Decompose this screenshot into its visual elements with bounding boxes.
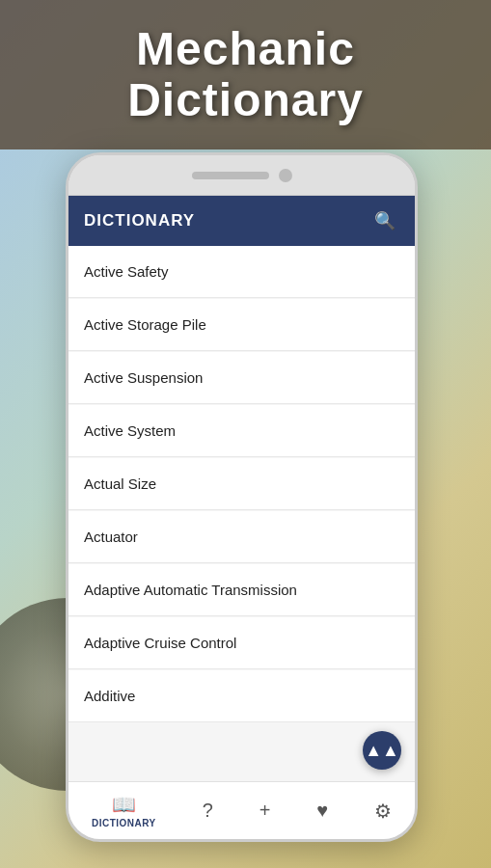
- search-button[interactable]: 🔍: [370, 206, 399, 235]
- nav-item-help[interactable]: ?: [193, 794, 223, 827]
- scroll-top-icon: ▲▲: [365, 742, 399, 759]
- list-item[interactable]: Adaptive Cruise Control: [68, 617, 415, 669]
- list-item[interactable]: Additive: [68, 670, 415, 722]
- list-item[interactable]: Active Storage Pile: [68, 299, 415, 351]
- phone-speaker: [192, 172, 269, 179]
- bottom-navigation: 📖 DICTIONARY ? + ♥ ⚙: [68, 781, 415, 839]
- dictionary-header: DICTIONARY 🔍: [68, 196, 415, 246]
- nav-item-dictionary[interactable]: 📖 DICTIONARY: [82, 787, 166, 834]
- list-item-label: Actuator: [84, 529, 138, 545]
- list-item[interactable]: Active Suspension: [68, 352, 415, 404]
- phone-top-bar: [68, 155, 415, 196]
- dictionary-header-title: DICTIONARY: [84, 211, 195, 231]
- add-icon: +: [259, 800, 271, 822]
- top-banner: Mechanic Dictionary: [0, 0, 491, 149]
- app-title: Mechanic Dictionary: [127, 24, 364, 126]
- list-item-label: Active Storage Pile: [84, 316, 206, 333]
- dictionary-icon: 📖: [112, 793, 136, 816]
- list-item-label: Active System: [84, 422, 176, 439]
- scroll-to-top-button[interactable]: ▲▲: [363, 731, 401, 770]
- phone-camera: [279, 169, 292, 182]
- gear-icon: ⚙: [374, 800, 392, 823]
- list-item-label: Adaptive Automatic Transmission: [84, 582, 297, 598]
- list-item[interactable]: Active System: [68, 405, 415, 457]
- list-item-label: Actual Size: [84, 475, 156, 492]
- list-item-label: Adaptive Cruise Control: [84, 635, 236, 651]
- list-item-label: Active Safety: [84, 263, 169, 280]
- list-item[interactable]: Active Safety: [68, 246, 415, 298]
- list-area: Active Safety Active Storage Pile Active…: [68, 246, 415, 787]
- nav-item-favorites[interactable]: ♥: [307, 794, 338, 827]
- nav-label-dictionary: DICTIONARY: [92, 818, 156, 828]
- list-item[interactable]: Actuator: [68, 511, 415, 563]
- list-item-label: Active Suspension: [84, 369, 203, 386]
- list-item[interactable]: Actual Size: [68, 458, 415, 510]
- phone-frame: DICTIONARY 🔍 Active Safety Active Storag…: [66, 152, 418, 842]
- nav-item-add[interactable]: +: [250, 794, 281, 827]
- heart-icon: ♥: [316, 800, 328, 822]
- list-item-label: Additive: [84, 688, 135, 704]
- help-icon: ?: [203, 800, 213, 822]
- nav-item-settings[interactable]: ⚙: [365, 794, 401, 828]
- list-item[interactable]: Adaptive Automatic Transmission: [68, 564, 415, 616]
